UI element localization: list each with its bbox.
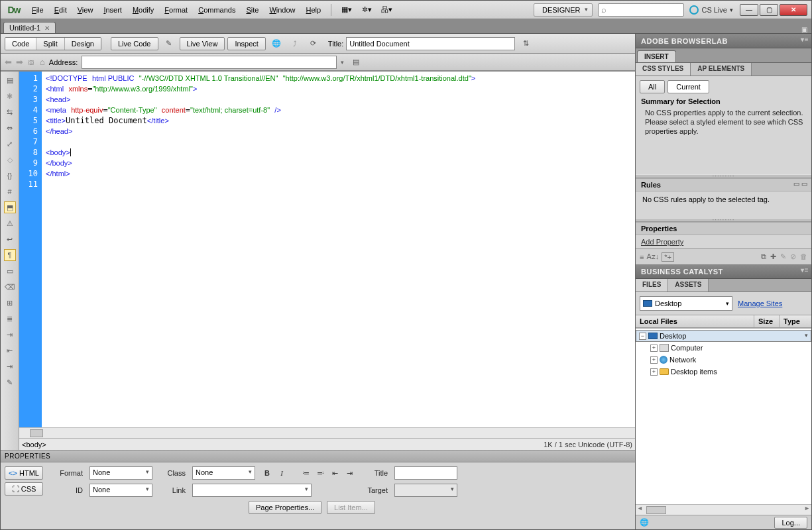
expand-icon[interactable]: +	[650, 344, 658, 352]
browser-preview-icon[interactable]: 🌐	[268, 36, 284, 51]
add-property-link[interactable]: Add Property	[641, 238, 683, 246]
properties-html-button[interactable]: <> HTML	[5, 466, 43, 480]
files-tab[interactable]: FILES	[636, 279, 668, 292]
move-css-icon[interactable]: ⇥	[4, 329, 16, 341]
line-numbers-icon[interactable]: #	[4, 186, 16, 197]
menu-help[interactable]: Help	[302, 4, 326, 16]
close-button[interactable]: ✕	[780, 4, 807, 16]
bold-icon[interactable]: B	[262, 469, 272, 477]
code-editor[interactable]: <!DOCTYPE html PUBLIC "-//W3C//DTD XHTML…	[42, 72, 635, 427]
live-code-button[interactable]: Live Code	[111, 37, 158, 50]
tree-row[interactable]: +Computer	[636, 342, 811, 354]
insert-tab[interactable]: INSERT	[637, 50, 676, 62]
menu-site[interactable]: Site	[241, 4, 263, 16]
menu-format[interactable]: Format	[160, 4, 192, 16]
design-view-button[interactable]: Design	[65, 38, 101, 50]
stop-icon[interactable]: ⦻	[27, 57, 36, 67]
indent-text-icon[interactable]: ⇥	[344, 469, 355, 478]
home-icon[interactable]: ⌂	[40, 57, 45, 67]
tree-row[interactable]: +Desktop items	[636, 366, 811, 378]
business-catalyst-header[interactable]: BUSINESS CATALYST▾≡	[636, 264, 811, 279]
parent-tag-icon[interactable]: ⤢	[4, 138, 16, 150]
properties-css-button[interactable]: ⛶ CSS	[5, 482, 43, 496]
show-set-icon[interactable]: *+	[662, 252, 674, 262]
page-properties-button[interactable]: Page Properties...	[249, 501, 321, 514]
assets-tab[interactable]: ASSETS	[668, 279, 709, 292]
show-category-icon[interactable]: ≡	[640, 253, 644, 261]
log-button[interactable]: Log...	[774, 517, 807, 529]
properties-header[interactable]: PROPERTIES	[1, 450, 635, 462]
layout-icon[interactable]: ▦▾	[338, 3, 355, 17]
file-management-icon[interactable]: ⇅	[518, 36, 534, 51]
css-all-button[interactable]: All	[640, 80, 665, 93]
css-current-button[interactable]: Current	[667, 80, 709, 93]
extend-icon[interactable]: ✲▾	[358, 3, 375, 17]
live-code-options-icon[interactable]: ✎	[161, 36, 177, 51]
format-source-icon[interactable]: ✎	[4, 376, 16, 388]
highlight-invalid-icon[interactable]: ⬒	[4, 201, 16, 213]
open-documents-icon[interactable]: ▤	[4, 74, 16, 86]
files-tree[interactable]: −Desktop+Computer+Network+Desktop items	[636, 328, 811, 504]
col-type[interactable]: Type	[780, 315, 811, 327]
expand-icon[interactable]: +	[650, 356, 658, 364]
expand-icon[interactable]: −	[639, 333, 646, 340]
new-rule-icon[interactable]: ✚	[770, 252, 776, 261]
menu-view[interactable]: View	[73, 4, 98, 16]
remove-comment-icon[interactable]: ⌫	[4, 281, 16, 293]
workspace-switcher[interactable]: DESIGNER	[534, 3, 593, 17]
cslive-button[interactable]: CS Live▾	[689, 5, 733, 15]
search-input[interactable]	[598, 3, 684, 17]
format-select[interactable]: None	[89, 466, 152, 480]
manage-sites-link[interactable]: Manage Sites	[738, 299, 782, 307]
ap-elements-tab[interactable]: AP ELEMENTS	[691, 63, 752, 76]
balance-braces-icon[interactable]: {}	[4, 170, 16, 182]
minimize-button[interactable]: —	[740, 4, 758, 16]
menu-file[interactable]: File	[27, 4, 48, 16]
browserlab-panel-header[interactable]: ADOBE BROWSERLAB▾≡	[636, 34, 811, 48]
menu-insert[interactable]: Insert	[99, 4, 127, 16]
horizontal-scrollbar[interactable]	[19, 427, 635, 438]
connect-icon[interactable]: 🌐	[640, 518, 649, 527]
code-view-button[interactable]: Code	[5, 38, 36, 50]
title-attr-input[interactable]	[394, 466, 457, 480]
menu-edit[interactable]: Edit	[50, 4, 72, 16]
tag-selector[interactable]: <body>	[22, 441, 46, 449]
split-view-button[interactable]: Split	[36, 38, 64, 50]
address-input[interactable]	[82, 56, 337, 69]
document-tab[interactable]: Untitled-1 ✕	[3, 22, 56, 33]
apply-comment-icon[interactable]: ▭	[4, 265, 16, 277]
close-tab-icon[interactable]: ✕	[44, 25, 50, 32]
maximize-button[interactable]: ▢	[760, 4, 778, 16]
id-select[interactable]: None	[89, 484, 152, 497]
expand-icon[interactable]: ⇔	[4, 122, 16, 134]
recent-snippets-icon[interactable]: ≣	[4, 313, 16, 325]
col-local-files[interactable]: Local Files	[636, 315, 754, 327]
css-styles-tab[interactable]: CSS STYLES	[636, 63, 691, 76]
collapse-icon[interactable]: ⇆	[4, 106, 16, 118]
document-title-input[interactable]	[346, 37, 515, 50]
address-options-icon[interactable]: ▤	[348, 55, 364, 70]
menu-window[interactable]: Window	[264, 4, 300, 16]
tree-row[interactable]: −Desktop	[636, 330, 811, 342]
tabbar-overflow-icon[interactable]: ▣	[801, 26, 807, 33]
inspect-button[interactable]: Inspect	[227, 37, 265, 50]
refresh-icon[interactable]: ⟳	[306, 36, 321, 51]
ul-icon[interactable]: ≔	[300, 469, 311, 478]
show-list-icon[interactable]: Aᴢ↓	[646, 252, 659, 261]
ol-icon[interactable]: ≕	[315, 469, 325, 478]
word-wrap-icon[interactable]: ↩	[4, 233, 16, 245]
indent-icon[interactable]: ⇤	[4, 344, 16, 356]
tree-row[interactable]: +Network	[636, 354, 811, 366]
outdent-text-icon[interactable]: ⇤	[329, 469, 340, 478]
menu-modify[interactable]: Modify	[128, 4, 158, 16]
menu-commands[interactable]: Commands	[194, 4, 240, 16]
syntax-error-icon[interactable]: ⚠	[4, 217, 16, 229]
attach-stylesheet-icon[interactable]: ⧉	[761, 252, 766, 261]
site-select[interactable]: Desktop	[640, 296, 732, 311]
class-select[interactable]: None	[192, 466, 255, 480]
live-view-button[interactable]: Live View	[180, 37, 225, 50]
expand-icon[interactable]: +	[650, 368, 658, 376]
italic-icon[interactable]: I	[276, 469, 287, 477]
col-size[interactable]: Size	[754, 315, 780, 327]
site-icon[interactable]: 品▾	[378, 3, 395, 17]
